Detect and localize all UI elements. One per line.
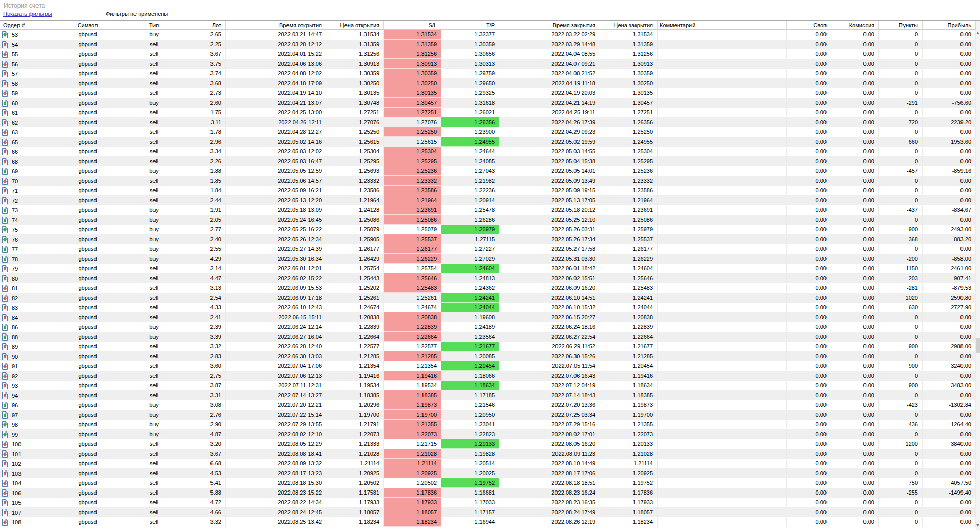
cell-open_time: 2022.06.10 12:43 bbox=[226, 303, 326, 312]
table-row[interactable]: 73gbpusdbuy1.912022.05.18 13:091.241281.… bbox=[0, 205, 976, 215]
cell-profit: 0.00 bbox=[923, 371, 976, 381]
scrollbar-thumb[interactable] bbox=[976, 338, 980, 353]
table-row[interactable]: 98gbpusdbuy2.902022.07.29 13:551.217911.… bbox=[0, 420, 976, 429]
cell-profit: 0.00 bbox=[923, 147, 976, 156]
table-row[interactable]: 59gbpusdsell2.732022.04.19 14:101.301351… bbox=[0, 88, 976, 98]
cell-swap: 0.00 bbox=[787, 303, 831, 312]
cell-profit: 0.00 bbox=[923, 108, 976, 117]
cell-profit: -907.41 bbox=[923, 273, 976, 283]
cell-close_price: 1.22664 bbox=[600, 332, 658, 342]
vertical-scrollbar[interactable] bbox=[976, 21, 980, 530]
table-row[interactable]: 79gbpusdsell2.142022.06.01 12:011.257541… bbox=[0, 264, 976, 273]
table-row[interactable]: 81gbpusdsell3.132022.06.09 15:531.252021… bbox=[0, 283, 976, 293]
table-row[interactable]: 100gbpusdsell3.202022.08.05 12:291.21333… bbox=[0, 439, 976, 449]
table-row[interactable]: 107gbpusdsell4.662022.08.24 12:451.18057… bbox=[0, 507, 976, 517]
cell-profit: 2727.90 bbox=[923, 303, 976, 312]
table-row[interactable]: 63gbpusdsell1.782022.04.28 12:271.252501… bbox=[0, 127, 976, 137]
cell-close_price: 1.20838 bbox=[600, 312, 658, 322]
cell-close_price: 1.25537 bbox=[600, 234, 658, 244]
cell-commission: 0.00 bbox=[831, 293, 879, 303]
order-number: 78 bbox=[12, 254, 18, 264]
cell-lot: 2.90 bbox=[182, 420, 226, 429]
cell-symbol: gbpusd bbox=[49, 166, 128, 176]
cell-close_time: 2022.08.05 16:20 bbox=[499, 439, 600, 449]
table-row[interactable]: 84gbpusdsell2.412022.06.15 15:111.208381… bbox=[0, 312, 976, 322]
order-number: 86 bbox=[12, 322, 18, 332]
table-row[interactable]: 83gbpusdsell4.332022.06.10 12:431.246741… bbox=[0, 303, 976, 312]
cell-lot: 6.68 bbox=[182, 459, 226, 468]
cell-commission: 0.00 bbox=[831, 69, 879, 78]
cell-order: 63 bbox=[0, 127, 49, 137]
table-row[interactable]: 58gbpusdsell3.682022.04.18 17:091.302501… bbox=[0, 78, 976, 88]
cell-sl: 1.21028 bbox=[384, 449, 441, 459]
cell-comment bbox=[658, 429, 787, 439]
table-row[interactable]: 55gbpusdsell3.672022.04.01 15:221.312561… bbox=[0, 49, 976, 59]
table-row[interactable]: 106gbpusdsell5.882022.08.23 15:221.17581… bbox=[0, 488, 976, 498]
table-row[interactable]: 93gbpusdsell3.872022.07.11 12:311.195341… bbox=[0, 381, 976, 390]
cell-close_time: 2022.03.29 14:48 bbox=[499, 40, 600, 49]
cell-comment bbox=[658, 459, 787, 468]
cell-close_price: 1.25086 bbox=[600, 215, 658, 225]
cell-sl: 1.25079 bbox=[384, 225, 441, 234]
table-row[interactable]: 102gbpusdsell6.682022.08.09 13:321.21114… bbox=[0, 459, 976, 468]
table-row[interactable]: 75gbpusdbuy2.772022.05.25 16:221.250791.… bbox=[0, 225, 976, 234]
table-row[interactable]: 78gbpusdbuy4.292022.05.30 16:341.264291.… bbox=[0, 254, 976, 264]
table-row[interactable]: 54gbpusdsell2.252022.03.28 12:121.313591… bbox=[0, 40, 976, 49]
table-row[interactable]: 104gbpusdsell5.412022.08.18 15:301.20502… bbox=[0, 478, 976, 488]
table-row[interactable]: 57gbpusdsell3.742022.04.08 12:021.303591… bbox=[0, 69, 976, 78]
cell-points: 0 bbox=[879, 390, 923, 400]
scroll-down-button[interactable] bbox=[976, 522, 980, 530]
table-row[interactable]: 68gbpusdsell2.262022.05.03 16:471.252951… bbox=[0, 156, 976, 166]
order-number: 80 bbox=[12, 273, 18, 283]
table-row[interactable]: 65gbpusdsell2.962022.05.02 14:161.256151… bbox=[0, 137, 976, 147]
table-row[interactable]: 71gbpusdsell1.842022.05.09 16:211.235861… bbox=[0, 186, 976, 195]
cell-profit: 2239.20 bbox=[923, 117, 976, 127]
table-row[interactable]: 94gbpusdsell3.312022.07.14 13:271.183851… bbox=[0, 390, 976, 400]
order-sell-icon bbox=[2, 470, 8, 477]
table-row[interactable]: 88gbpusdbuy3.392022.06.27 16:041.226641.… bbox=[0, 332, 976, 342]
table-row[interactable]: 82gbpusdsell2.542022.06.09 17:181.252611… bbox=[0, 293, 976, 303]
cell-order: 93 bbox=[0, 381, 49, 390]
table-row[interactable]: 61gbpusdsell1.752022.04.25 13:001.272511… bbox=[0, 108, 976, 117]
cell-points: 0 bbox=[879, 332, 923, 342]
table-row[interactable]: 90gbpusdsell2.832022.06.30 13:031.212851… bbox=[0, 351, 976, 361]
table-row[interactable]: 74gbpusdbuy2.052022.05.24 16:451.250861.… bbox=[0, 215, 976, 225]
table-row[interactable]: 62gbpusdsell3.112022.04.26 12:111.270761… bbox=[0, 117, 976, 127]
table-row[interactable]: 99gbpusdbuy4.872022.08.02 12:101.220731.… bbox=[0, 429, 976, 439]
table-row[interactable]: 56gbpusdsell3.752022.04.06 13:061.309131… bbox=[0, 59, 976, 69]
order-sell-icon bbox=[2, 304, 8, 311]
table-row[interactable]: 80gbpusdsell4.472022.06.02 15:221.254431… bbox=[0, 273, 976, 283]
cell-type: buy bbox=[128, 254, 182, 264]
table-row[interactable]: 53gbpusdbuy2.652022.03.21 14:471.315341.… bbox=[0, 30, 976, 40]
table-row[interactable]: 96gbpusdbuy3.082022.07.20 12:211.202961.… bbox=[0, 400, 976, 410]
table-row[interactable]: 76gbpusdbuy2.402022.05.26 12:341.259051.… bbox=[0, 234, 976, 244]
cell-tp: 1.24955 bbox=[441, 137, 499, 147]
cell-points: 0 bbox=[879, 49, 923, 59]
table-row[interactable]: 101gbpusdsell3.672022.08.08 18:411.21028… bbox=[0, 449, 976, 459]
cell-close_time: 2022.07.29 15:16 bbox=[499, 420, 600, 429]
cell-type: buy bbox=[128, 234, 182, 244]
show-filters-link[interactable]: Показать фильтры bbox=[3, 11, 52, 17]
table-row[interactable]: 103gbpusdsell4.532022.08.17 13:231.20925… bbox=[0, 468, 976, 478]
table-row[interactable]: 89gbpusdsell3.322022.06.28 12:401.225771… bbox=[0, 342, 976, 351]
table-row[interactable]: 92gbpusdsell2.752022.07.06 12:131.194161… bbox=[0, 371, 976, 381]
cell-open_price: 1.23332 bbox=[326, 176, 384, 186]
table-row[interactable]: 108gbpusdsell3.322022.08.25 13:421.18234… bbox=[0, 517, 976, 527]
cell-type: sell bbox=[128, 59, 182, 69]
table-row[interactable]: 86gbpusdbuy2.392022.06.24 12:141.228391.… bbox=[0, 322, 976, 332]
table-row[interactable]: 97gbpusdbuy2.762022.07.22 15:141.197001.… bbox=[0, 410, 976, 420]
table-row[interactable]: 91gbpusdsell3.602022.07.04 17:061.213541… bbox=[0, 361, 976, 371]
table-row[interactable]: 60gbpusdbuy2.602022.04.21 13:071.307481.… bbox=[0, 98, 976, 108]
cell-points: 0 bbox=[879, 59, 923, 69]
table-row[interactable]: 72gbpusdsell2.442022.05.13 12:201.219641… bbox=[0, 195, 976, 205]
cell-open_price: 1.25905 bbox=[326, 234, 384, 244]
cell-commission: 0.00 bbox=[831, 410, 879, 420]
scroll-up-button[interactable] bbox=[976, 29, 980, 37]
table-row[interactable]: 66gbpusdsell3.342022.05.03 12:021.253041… bbox=[0, 147, 976, 156]
table-row[interactable]: 69gbpusdbuy1.882022.05.05 12:591.256931.… bbox=[0, 166, 976, 176]
table-row[interactable]: 70gbpusdsell1.852022.05.06 14:571.233321… bbox=[0, 176, 976, 186]
table-row[interactable]: 77gbpusdbuy2.552022.05.27 14:391.261771.… bbox=[0, 244, 976, 254]
cell-profit: 1953.60 bbox=[923, 137, 976, 147]
table-row[interactable]: 105gbpusdsell4.722022.08.22 14:341.17933… bbox=[0, 498, 976, 507]
order-number: 105 bbox=[12, 498, 21, 507]
